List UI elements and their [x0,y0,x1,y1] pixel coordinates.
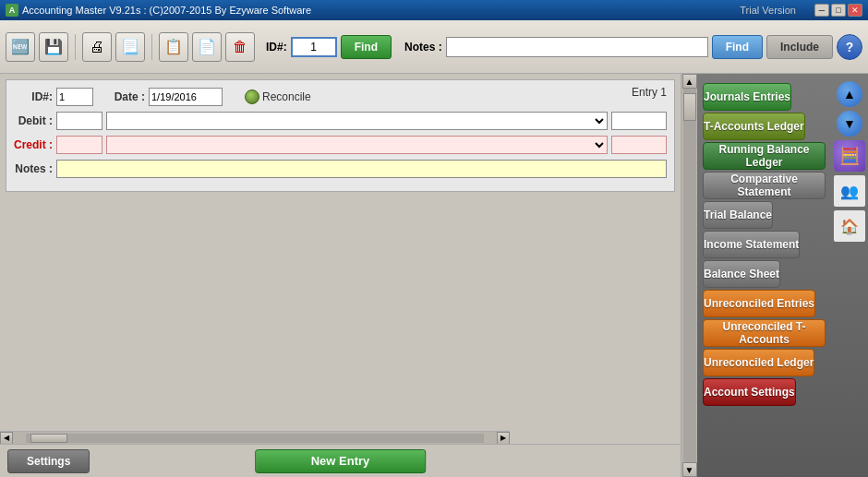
minimize-button[interactable]: ─ [814,4,829,17]
right-sidebar: Journals Entries T-Accounts Ledger Runni… [697,74,868,477]
debit-label: Debit : [14,114,53,127]
notes-label: Notes : [404,41,442,54]
date-field-label: Date : [106,90,145,103]
trial-version-label: Trial Version [740,5,796,16]
people-icon-button[interactable]: 👥 [834,175,865,207]
title-bar: A Accounting Master V9.21s : (C)2007-201… [0,0,868,20]
sidebar-icons-column: ▲ ▼ 🧮 👥 🏠 [831,78,868,473]
toolbar-separator-2 [151,34,152,60]
reconcile-label: Reconcile [262,90,311,103]
scroll-thumb-vertical[interactable] [683,93,696,121]
unreconciled-t-accounts-button[interactable]: Unreconciled T-Accounts [703,319,826,347]
app-icon: A [6,4,18,17]
find-notes-button[interactable]: Find [712,35,763,59]
scroll-down-arrow[interactable]: ▼ [682,462,697,477]
reconcile-button[interactable]: Reconcile [245,89,311,104]
print-preview-button[interactable]: 🖨 [82,32,112,62]
comparative-statement-button[interactable]: Comparative Statement [703,172,826,199]
scroll-right-arrow[interactable]: ▶ [497,432,510,445]
calculator-icon-button[interactable]: 🧮 [834,140,865,172]
maximize-button[interactable]: □ [831,4,846,17]
notes-input[interactable] [446,37,708,57]
house-icon-button[interactable]: 🏠 [834,210,865,242]
title-bar-title: Accounting Master V9.21s : (C)2007-2015 … [22,5,740,16]
credit-account-select[interactable] [106,136,608,154]
reconcile-icon [245,89,259,104]
date-input[interactable] [149,88,223,106]
scroll-up-arrow[interactable]: ▲ [682,74,697,89]
running-balance-ledger-button[interactable]: Running Balance Ledger [703,142,826,170]
trial-balance-button[interactable]: Trial Balance [703,201,773,229]
entry-panel: Entry 1 ID#: Date : Reconcile Debit : [6,79,675,192]
delete-button[interactable]: 🗑 [225,32,255,62]
main-area: Entry 1 ID#: Date : Reconcile Debit : [0,74,868,477]
horizontal-scrollbar[interactable]: ◀ ▶ [0,431,510,444]
toolbar-separator-1 [75,34,76,60]
scroll-down-icon-button[interactable]: ▼ [837,111,862,137]
credit-label: Credit : [14,138,53,151]
window-controls: ─ □ ✕ [814,4,862,17]
id-input[interactable] [291,37,337,57]
debit-account-select[interactable] [106,112,608,130]
id-label: ID#: [266,41,287,54]
entry-label: Entry 1 [632,86,667,99]
scroll-track-vertical [683,89,696,462]
balance-sheet-button[interactable]: Balance Sheet [703,260,780,288]
find-button[interactable]: Find [341,35,392,59]
debit-amount-input[interactable] [611,112,667,130]
help-button[interactable]: ? [837,34,862,60]
sidebar-buttons-column: Journals Entries T-Accounts Ledger Runni… [697,78,831,473]
credit-code-input[interactable] [56,136,102,154]
new-button[interactable]: 🆕 [6,32,35,62]
id-field-label: ID#: [14,90,53,103]
form-row-notes: Notes : [14,160,667,178]
journals-entries-button[interactable]: Journals Entries [703,83,791,111]
t-accounts-ledger-button[interactable]: T-Accounts Ledger [703,113,805,140]
notes-field-input[interactable] [56,160,667,178]
print-button[interactable]: 📃 [115,32,145,62]
unreconciled-ledger-button[interactable]: Unreconciled Ledger [703,349,814,376]
id-section: ID#: Find [266,35,392,59]
form-row-credit: Credit : [14,136,667,154]
unreconciled-entries-button[interactable]: Unreconciled Entries [703,290,815,317]
sidebar-layout: Journals Entries T-Accounts Ledger Runni… [697,78,868,473]
debit-code-input[interactable] [56,112,102,130]
scroll-track-horizontal [26,434,484,443]
form-row-1: ID#: Date : Reconcile [14,88,667,106]
include-button[interactable]: Include [766,35,833,59]
credit-amount-input[interactable] [611,136,667,154]
scroll-up-icon-button[interactable]: ▲ [837,81,862,107]
account-settings-button[interactable]: Account Settings [703,378,796,406]
close-button[interactable]: ✕ [848,4,862,17]
income-statement-button[interactable]: Income Statement [703,231,800,258]
form-row-debit: Debit : [14,112,667,130]
copy-button[interactable]: 📋 [159,32,188,62]
content-area: Entry 1 ID#: Date : Reconcile Debit : [0,74,681,477]
bottom-bar: Settings New Entry [0,444,681,477]
entry-id-input[interactable] [56,88,93,106]
scroll-thumb-horizontal[interactable] [30,434,67,443]
new-entry-button[interactable]: New Entry [255,449,427,473]
scroll-left-arrow[interactable]: ◀ [0,432,13,445]
paste-button[interactable]: 📄 [192,32,222,62]
vertical-scrollbar[interactable]: ▲ ▼ [681,74,697,477]
save-button[interactable]: 💾 [39,32,68,62]
toolbar: 🆕 💾 🖨 📃 📋 📄 🗑 ID#: Find Notes : Find Inc… [0,20,868,74]
settings-button[interactable]: Settings [7,449,90,473]
notes-field-label: Notes : [14,162,53,175]
